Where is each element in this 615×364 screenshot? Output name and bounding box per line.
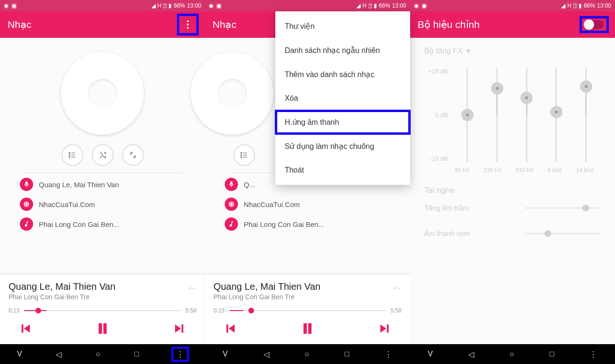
pause-button[interactable] — [299, 321, 316, 338]
spinner-icon: ◉ — [209, 2, 213, 9]
eq-freq-label: 60 Hz — [455, 167, 469, 173]
fx-booster-label: Bộ tăng FX — [424, 46, 463, 55]
nav-recent-icon[interactable]: □ — [344, 350, 349, 358]
menu-shuffle-playlist[interactable]: Danh sách nhạc ngẫu nhiên — [275, 38, 410, 62]
prev-button[interactable] — [18, 321, 32, 338]
nav-more-icon[interactable]: ⋮ — [173, 348, 188, 361]
clock: 13:00 — [597, 2, 611, 9]
np-title: Quang Le, Mai Thien Van — [213, 281, 320, 292]
np-title: Quang Le, Mai Thien Van — [9, 281, 115, 292]
seek-bar[interactable] — [24, 310, 181, 311]
album-art-placeholder — [191, 52, 273, 135]
menu-add-playlist[interactable]: Thêm vào danh sách nhạc — [275, 62, 410, 87]
eq-band-slider[interactable] — [574, 68, 598, 162]
nav-back-icon[interactable]: ◁ — [264, 350, 269, 359]
screen-player: ◉ ▣ ◢ H ⍰ ▮ 66% 13:00 Nhạc Quang Le, Mai — [0, 0, 205, 364]
menu-delete[interactable]: Xóa — [275, 87, 410, 110]
expand-button[interactable]: ︿ — [188, 281, 196, 293]
seek-bar[interactable] — [229, 310, 386, 311]
source-row[interactable]: NhacCuaTui.Com — [20, 198, 185, 211]
svg-point-8 — [241, 152, 242, 153]
eq-band-slider[interactable] — [515, 68, 538, 162]
sim-icon: ⍰ — [369, 2, 372, 9]
song-row[interactable]: Phai Long Con Gai Ben... — [225, 217, 390, 231]
menu-library[interactable]: Thư viện — [275, 14, 410, 38]
svg-point-2 — [69, 155, 70, 156]
pause-button[interactable] — [95, 321, 111, 338]
source-row[interactable]: NhacCuaTui.Com — [225, 198, 390, 211]
sim-icon: ⍰ — [163, 2, 167, 9]
surround-row: Âm thanh vòm — [424, 229, 601, 237]
more-options-button[interactable] — [178, 15, 197, 34]
artist-row[interactable]: Quang Le, Mai Thien Van — [20, 178, 185, 191]
status-bar: ◉ ▣ ◢ H ⍰ ▮ 66% 13:00 — [0, 0, 205, 11]
app-bar: Bộ hiệu chỉnh — [410, 11, 615, 38]
nav-home-icon[interactable]: ○ — [510, 350, 514, 358]
queue-button[interactable] — [62, 144, 83, 166]
surround-slider[interactable] — [525, 233, 601, 234]
eq-band-slider[interactable] — [485, 68, 509, 162]
menu-exit[interactable]: Thoát — [275, 158, 410, 182]
network-h: H — [158, 2, 162, 9]
mic-icon — [225, 178, 238, 191]
duration-time: 5:58 — [185, 307, 196, 314]
image-icon: ▣ — [216, 2, 221, 9]
next-button[interactable] — [378, 321, 392, 338]
nav-more-icon[interactable]: ⋮ — [589, 350, 597, 359]
eq-enable-toggle[interactable] — [585, 20, 604, 29]
nav-home-icon[interactable]: ○ — [305, 350, 309, 358]
sim-icon: ⍰ — [573, 2, 577, 9]
eq-freq-label: 230 Hz — [483, 167, 501, 173]
headphone-section: Tai nghe — [424, 186, 601, 195]
signal-icon: ◢ — [356, 2, 360, 9]
eq-band-slider[interactable] — [545, 68, 568, 162]
options-menu: Thư viện Danh sách nhạc ngẫu nhiên Thêm … — [275, 11, 410, 185]
bass-boost-row: Tăng âm trầm — [424, 204, 601, 212]
source-label: NhacCuaTui.Com — [244, 200, 300, 208]
repeat-button[interactable] — [122, 144, 144, 166]
clock: 13:00 — [187, 2, 201, 9]
fx-booster-dropdown[interactable]: Bộ tăng FX ▾ — [424, 46, 601, 55]
svg-point-7 — [26, 203, 27, 205]
network-h: H — [567, 2, 571, 9]
nav-home-icon[interactable]: ○ — [96, 350, 100, 358]
nav-bar: V ◁ ○ □ ⋮ — [0, 344, 205, 364]
svg-point-4 — [69, 156, 70, 157]
svg-point-15 — [231, 203, 233, 205]
next-button[interactable] — [173, 321, 187, 338]
queue-button[interactable] — [233, 144, 255, 166]
disc-icon — [20, 198, 33, 211]
elapsed-time: 0:13 — [9, 307, 19, 314]
song-label: Phai Long Con Gai Ben... — [39, 220, 119, 228]
nav-recent-icon[interactable]: □ — [550, 350, 554, 358]
nav-down-icon[interactable]: V — [428, 350, 433, 358]
artist-label: Quang Le, Mai Thien Van — [39, 181, 119, 189]
db-label-high: +15 dB — [424, 68, 448, 75]
battery-icon: ▮ — [579, 2, 582, 9]
nav-down-icon[interactable]: V — [17, 350, 22, 358]
bass-boost-slider[interactable] — [525, 208, 601, 208]
song-row[interactable]: Phai Long Con Gai Ben... — [20, 217, 185, 231]
battery-pct: 66% — [584, 2, 595, 9]
nav-back-icon[interactable]: ◁ — [468, 350, 474, 359]
nav-more-icon[interactable]: ⋮ — [385, 350, 392, 359]
app-title: Bộ hiệu chỉnh — [418, 19, 480, 30]
music-note-icon — [225, 217, 238, 231]
eq-band-slider[interactable] — [456, 68, 479, 162]
nav-back-icon[interactable]: ◁ — [56, 350, 62, 359]
bass-boost-label: Tăng âm trầm — [424, 204, 469, 212]
expand-button[interactable]: ︿ — [393, 281, 402, 293]
nav-down-icon[interactable]: V — [223, 350, 228, 358]
menu-sound-effect[interactable]: H.ứng âm thanh — [275, 110, 410, 134]
nav-recent-icon[interactable]: □ — [134, 350, 139, 358]
disc-icon — [225, 198, 238, 211]
shuffle-button[interactable] — [92, 144, 114, 166]
app-title: Nhạc — [212, 19, 236, 30]
eq-toggle-wrap — [581, 17, 607, 32]
dropdown-icon: ▾ — [466, 46, 470, 55]
now-playing-panel: Quang Le, Mai Thien Van Phai Long Con Ga… — [0, 275, 205, 344]
menu-set-ringtone[interactable]: Sử dụng làm nhạc chuông — [275, 134, 410, 158]
battery-pct: 66% — [174, 2, 185, 9]
svg-point-12 — [241, 156, 242, 157]
prev-button[interactable] — [223, 321, 237, 338]
